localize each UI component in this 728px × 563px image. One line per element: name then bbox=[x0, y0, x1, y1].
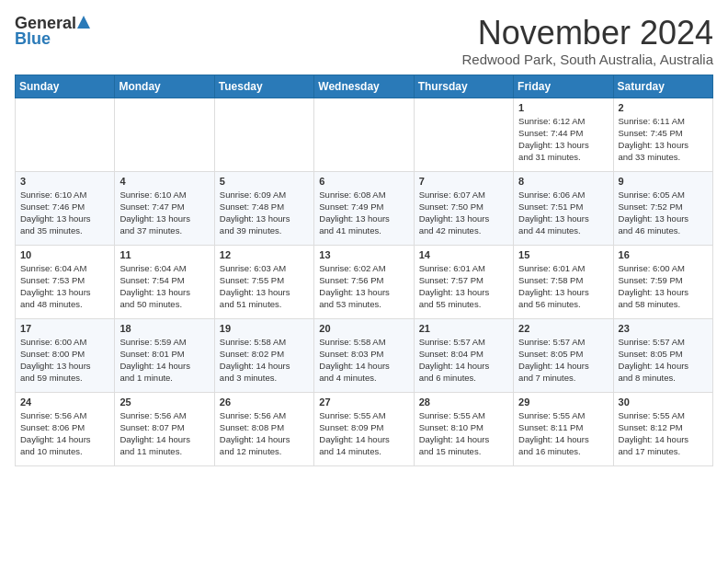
day-info: Sunrise: 6:10 AM Sunset: 7:47 PM Dayligh… bbox=[119, 189, 209, 237]
day-number: 27 bbox=[319, 396, 408, 408]
calendar-cell: 17Sunrise: 6:00 AM Sunset: 8:00 PM Dayli… bbox=[16, 318, 115, 392]
page-header: General Blue November 2024 Redwood Park,… bbox=[15, 15, 713, 67]
calendar-cell bbox=[214, 98, 313, 171]
day-number: 24 bbox=[20, 396, 109, 408]
day-info: Sunrise: 5:55 AM Sunset: 8:09 PM Dayligh… bbox=[319, 409, 408, 458]
calendar-cell: 15Sunrise: 6:01 AM Sunset: 7:58 PM Dayli… bbox=[514, 245, 613, 318]
day-info: Sunrise: 6:02 AM Sunset: 7:56 PM Dayligh… bbox=[319, 262, 408, 311]
calendar-cell bbox=[314, 98, 414, 171]
day-number: 16 bbox=[619, 249, 708, 260]
day-info: Sunrise: 6:10 AM Sunset: 7:46 PM Dayligh… bbox=[20, 189, 109, 237]
day-info: Sunrise: 5:56 AM Sunset: 8:07 PM Dayligh… bbox=[119, 409, 209, 458]
day-info: Sunrise: 6:04 AM Sunset: 7:53 PM Dayligh… bbox=[20, 262, 109, 311]
day-info: Sunrise: 6:00 AM Sunset: 8:00 PM Dayligh… bbox=[20, 336, 109, 385]
day-number: 6 bbox=[319, 176, 408, 187]
calendar-cell: 23Sunrise: 5:57 AM Sunset: 8:05 PM Dayli… bbox=[613, 318, 712, 392]
logo: General Blue bbox=[15, 15, 90, 49]
day-info: Sunrise: 5:58 AM Sunset: 8:03 PM Dayligh… bbox=[319, 336, 408, 385]
day-info: Sunrise: 6:06 AM Sunset: 7:51 PM Dayligh… bbox=[518, 189, 608, 237]
day-number: 30 bbox=[619, 396, 708, 408]
calendar-cell: 30Sunrise: 5:55 AM Sunset: 8:12 PM Dayli… bbox=[613, 392, 712, 465]
calendar-cell: 12Sunrise: 6:03 AM Sunset: 7:55 PM Dayli… bbox=[214, 245, 313, 318]
weekday-header-row: SundayMondayTuesdayWednesdayThursdayFrid… bbox=[16, 75, 713, 98]
calendar-week-1: 1Sunrise: 6:12 AM Sunset: 7:44 PM Daylig… bbox=[16, 98, 713, 171]
day-number: 3 bbox=[20, 176, 109, 187]
calendar-cell: 6Sunrise: 6:08 AM Sunset: 7:49 PM Daylig… bbox=[314, 171, 414, 245]
calendar-cell: 29Sunrise: 5:55 AM Sunset: 8:11 PM Dayli… bbox=[514, 392, 613, 465]
calendar-cell: 16Sunrise: 6:00 AM Sunset: 7:59 PM Dayli… bbox=[613, 245, 712, 318]
calendar-cell: 7Sunrise: 6:07 AM Sunset: 7:50 PM Daylig… bbox=[414, 171, 513, 245]
day-number: 17 bbox=[20, 323, 109, 334]
day-info: Sunrise: 6:03 AM Sunset: 7:55 PM Dayligh… bbox=[220, 262, 309, 311]
title-block: November 2024 Redwood Park, South Austra… bbox=[462, 15, 714, 67]
calendar-cell: 25Sunrise: 5:56 AM Sunset: 8:07 PM Dayli… bbox=[115, 392, 214, 465]
calendar-cell: 28Sunrise: 5:55 AM Sunset: 8:10 PM Dayli… bbox=[414, 392, 513, 465]
calendar-cell: 10Sunrise: 6:04 AM Sunset: 7:53 PM Dayli… bbox=[16, 245, 115, 318]
day-number: 7 bbox=[419, 176, 508, 187]
day-number: 13 bbox=[319, 249, 408, 260]
day-info: Sunrise: 6:11 AM Sunset: 7:45 PM Dayligh… bbox=[619, 115, 708, 164]
calendar-week-3: 10Sunrise: 6:04 AM Sunset: 7:53 PM Dayli… bbox=[16, 245, 713, 318]
day-info: Sunrise: 5:56 AM Sunset: 8:08 PM Dayligh… bbox=[220, 409, 309, 458]
day-number: 2 bbox=[619, 102, 708, 113]
day-number: 14 bbox=[419, 249, 508, 260]
calendar-cell: 8Sunrise: 6:06 AM Sunset: 7:51 PM Daylig… bbox=[514, 171, 613, 245]
day-number: 9 bbox=[619, 176, 708, 187]
logo-blue-text: Blue bbox=[15, 29, 51, 49]
calendar-cell: 27Sunrise: 5:55 AM Sunset: 8:09 PM Dayli… bbox=[314, 392, 414, 465]
day-number: 28 bbox=[419, 396, 508, 408]
day-info: Sunrise: 5:57 AM Sunset: 8:05 PM Dayligh… bbox=[518, 336, 608, 385]
day-info: Sunrise: 6:08 AM Sunset: 7:49 PM Dayligh… bbox=[319, 189, 408, 237]
weekday-header-friday: Friday bbox=[514, 75, 613, 98]
weekday-header-wednesday: Wednesday bbox=[314, 75, 414, 98]
calendar-cell: 24Sunrise: 5:56 AM Sunset: 8:06 PM Dayli… bbox=[16, 392, 115, 465]
day-number: 21 bbox=[419, 323, 508, 334]
day-number: 5 bbox=[220, 176, 309, 187]
calendar-cell: 14Sunrise: 6:01 AM Sunset: 7:57 PM Dayli… bbox=[414, 245, 513, 318]
day-info: Sunrise: 6:01 AM Sunset: 7:58 PM Dayligh… bbox=[518, 262, 608, 311]
day-number: 10 bbox=[20, 249, 109, 260]
day-number: 1 bbox=[518, 102, 608, 113]
calendar-week-5: 24Sunrise: 5:56 AM Sunset: 8:06 PM Dayli… bbox=[16, 392, 713, 465]
day-info: Sunrise: 5:55 AM Sunset: 8:12 PM Dayligh… bbox=[619, 409, 708, 458]
day-info: Sunrise: 6:09 AM Sunset: 7:48 PM Dayligh… bbox=[220, 189, 309, 237]
calendar-cell: 3Sunrise: 6:10 AM Sunset: 7:46 PM Daylig… bbox=[16, 171, 115, 245]
calendar-cell bbox=[16, 98, 115, 171]
calendar-table: SundayMondayTuesdayWednesdayThursdayFrid… bbox=[15, 75, 713, 466]
calendar-cell: 11Sunrise: 6:04 AM Sunset: 7:54 PM Dayli… bbox=[115, 245, 214, 318]
day-number: 12 bbox=[220, 249, 309, 260]
day-info: Sunrise: 5:55 AM Sunset: 8:11 PM Dayligh… bbox=[518, 409, 608, 458]
day-info: Sunrise: 5:55 AM Sunset: 8:10 PM Dayligh… bbox=[419, 409, 508, 458]
day-number: 23 bbox=[619, 323, 708, 334]
calendar-cell bbox=[115, 98, 214, 171]
svg-marker-0 bbox=[77, 16, 90, 29]
day-number: 20 bbox=[319, 323, 408, 334]
calendar-week-4: 17Sunrise: 6:00 AM Sunset: 8:00 PM Dayli… bbox=[16, 318, 713, 392]
calendar-cell: 18Sunrise: 5:59 AM Sunset: 8:01 PM Dayli… bbox=[115, 318, 214, 392]
day-info: Sunrise: 5:56 AM Sunset: 8:06 PM Dayligh… bbox=[20, 409, 109, 458]
calendar-week-2: 3Sunrise: 6:10 AM Sunset: 7:46 PM Daylig… bbox=[16, 171, 713, 245]
day-info: Sunrise: 6:12 AM Sunset: 7:44 PM Dayligh… bbox=[518, 115, 608, 164]
calendar-cell: 22Sunrise: 5:57 AM Sunset: 8:05 PM Dayli… bbox=[514, 318, 613, 392]
day-number: 8 bbox=[518, 176, 608, 187]
day-number: 29 bbox=[518, 396, 608, 408]
weekday-header-thursday: Thursday bbox=[414, 75, 513, 98]
logo-icon bbox=[77, 16, 90, 29]
day-number: 22 bbox=[518, 323, 608, 334]
location: Redwood Park, South Australia, Australia bbox=[462, 52, 714, 67]
calendar-cell bbox=[414, 98, 513, 171]
day-info: Sunrise: 5:57 AM Sunset: 8:04 PM Dayligh… bbox=[419, 336, 508, 385]
calendar-cell: 4Sunrise: 6:10 AM Sunset: 7:47 PM Daylig… bbox=[115, 171, 214, 245]
day-number: 26 bbox=[220, 396, 309, 408]
calendar-cell: 2Sunrise: 6:11 AM Sunset: 7:45 PM Daylig… bbox=[613, 98, 712, 171]
weekday-header-saturday: Saturday bbox=[613, 75, 712, 98]
calendar-cell: 26Sunrise: 5:56 AM Sunset: 8:08 PM Dayli… bbox=[214, 392, 313, 465]
calendar-cell: 20Sunrise: 5:58 AM Sunset: 8:03 PM Dayli… bbox=[314, 318, 414, 392]
calendar-cell: 1Sunrise: 6:12 AM Sunset: 7:44 PM Daylig… bbox=[514, 98, 613, 171]
calendar-cell: 9Sunrise: 6:05 AM Sunset: 7:52 PM Daylig… bbox=[613, 171, 712, 245]
calendar-cell: 5Sunrise: 6:09 AM Sunset: 7:48 PM Daylig… bbox=[214, 171, 313, 245]
calendar-cell: 19Sunrise: 5:58 AM Sunset: 8:02 PM Dayli… bbox=[214, 318, 313, 392]
calendar-cell: 21Sunrise: 5:57 AM Sunset: 8:04 PM Dayli… bbox=[414, 318, 513, 392]
day-info: Sunrise: 5:59 AM Sunset: 8:01 PM Dayligh… bbox=[119, 336, 209, 385]
day-number: 4 bbox=[119, 176, 209, 187]
